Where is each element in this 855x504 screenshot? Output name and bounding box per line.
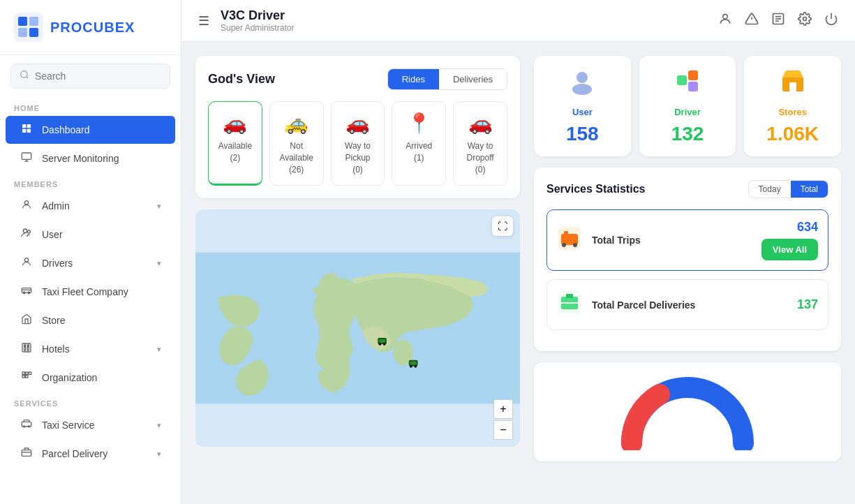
svg-rect-4 <box>29 28 38 37</box>
parcel-delivery-icon <box>20 447 34 461</box>
map-zoom-out[interactable]: − <box>493 420 513 440</box>
sidebar-item-hotels[interactable]: Hotels ▾ <box>6 335 175 363</box>
sidebar-item-parcel-delivery[interactable]: Parcel Delivery ▾ <box>6 440 175 468</box>
driver-stat-card[interactable]: Driver 132 <box>639 56 736 156</box>
search-icon <box>20 70 29 82</box>
svg-rect-28 <box>29 372 31 374</box>
status-card-available[interactable]: 🚗 Available(2) <box>208 101 262 186</box>
sidebar-item-taxi-service[interactable]: Taxi Service ▾ <box>6 411 175 439</box>
svg-rect-8 <box>27 124 31 128</box>
svg-rect-22 <box>24 347 26 350</box>
map-expand-button[interactable]: ⛶ <box>492 216 513 236</box>
total-parcel-count: 137 <box>797 297 818 312</box>
page-subtitle: Super Administrator <box>221 23 707 33</box>
content: God's View Rides Deliveries 🚗 Available(… <box>181 42 855 504</box>
settings-icon[interactable] <box>798 12 812 29</box>
not-available-label: Not Available(26) <box>277 140 316 175</box>
sidebar-item-admin[interactable]: Admin ▾ <box>6 192 175 220</box>
donut-chart <box>562 373 813 450</box>
sidebar-item-dashboard[interactable]: Dashboard <box>6 116 175 144</box>
way-pickup-label: Way to Pickup(0) <box>339 140 378 175</box>
svg-rect-58 <box>688 82 698 91</box>
total-trips-count: 634 <box>797 220 818 235</box>
sidebar-item-store[interactable]: Store <box>6 306 175 334</box>
map-container[interactable]: ⛶ + − <box>195 209 520 447</box>
power-icon[interactable] <box>824 12 838 29</box>
sidebar-item-taxi-fleet-company[interactable]: Taxi Fleet Company <box>6 278 175 306</box>
available-car-icon: 🚗 <box>223 112 247 135</box>
way-dropoff-icon: 🚗 <box>468 112 493 135</box>
store-stat-icon <box>779 67 807 101</box>
section-label-home: HOME <box>0 97 181 115</box>
arrived-icon: 📍 <box>407 112 431 135</box>
svg-rect-10 <box>27 129 31 133</box>
stat-cards-row: User 158 Driver 132 Stores 1.06K <box>534 56 841 156</box>
hotels-icon <box>20 342 34 356</box>
period-today[interactable]: Today <box>749 181 791 198</box>
status-card-way-pickup[interactable]: 🚗 Way to Pickup(0) <box>331 101 385 186</box>
total-trips-right: 634 View All <box>761 220 818 260</box>
server-monitoring-icon <box>20 151 34 165</box>
svg-point-17 <box>24 258 28 262</box>
svg-rect-65 <box>564 231 568 235</box>
status-card-not-available[interactable]: 🚕 Not Available(26) <box>269 101 324 186</box>
map-zoom-in[interactable]: + <box>493 399 513 419</box>
total-trips-info: Total Trips <box>592 234 752 246</box>
notes-icon[interactable] <box>771 12 785 29</box>
svg-point-43 <box>803 17 807 21</box>
driver-stat-label: Driver <box>674 107 701 117</box>
search-input[interactable] <box>35 71 161 82</box>
svg-rect-56 <box>677 75 687 85</box>
svg-point-48 <box>378 343 381 346</box>
user-stat-card[interactable]: User 158 <box>534 56 631 156</box>
sidebar: PROCUBEX HOME Dashboard Server Monitorin… <box>0 0 181 504</box>
total-parcel-label: Total Parcel Deliveries <box>592 299 695 311</box>
taxi-service-icon <box>20 418 34 432</box>
page-title: V3C Driver <box>221 8 707 23</box>
search-box[interactable] <box>10 64 170 89</box>
taxi-service-label: Taxi Service <box>42 420 149 431</box>
user-profile-icon[interactable] <box>718 12 732 29</box>
sidebar-item-server-monitoring[interactable]: Server Monitoring <box>6 144 175 172</box>
not-available-car-icon: 🚕 <box>284 112 308 135</box>
topbar-icons <box>718 12 838 29</box>
store-stat-card[interactable]: Stores 1.06K <box>744 56 841 156</box>
logo-icon <box>14 13 43 42</box>
toggle-rides[interactable]: Rides <box>388 69 439 89</box>
toggle-deliveries[interactable]: Deliveries <box>439 69 507 89</box>
sidebar-item-drivers[interactable]: Drivers ▾ <box>6 249 175 277</box>
server-monitoring-label: Server Monitoring <box>42 153 161 164</box>
svg-point-14 <box>24 201 28 205</box>
svg-point-52 <box>410 365 412 368</box>
services-header: Services Statistics Today Total <box>547 180 828 198</box>
topbar: ☰ V3C Driver Super Administrator <box>181 0 855 42</box>
total-trips-item[interactable]: Total Trips 634 View All <box>547 209 828 271</box>
svg-point-16 <box>27 230 30 233</box>
alert-icon[interactable] <box>745 12 759 29</box>
hotels-chevron: ▾ <box>157 345 161 354</box>
status-cards-row: 🚗 Available(2) 🚕 Not Available(26) 🚗 Way… <box>208 101 507 186</box>
period-total[interactable]: Total <box>791 181 828 198</box>
sidebar-item-user[interactable]: User <box>6 221 175 249</box>
parcel-delivery-chevron: ▾ <box>157 450 161 459</box>
driver-stat-value: 132 <box>671 123 704 145</box>
svg-point-64 <box>573 243 577 247</box>
svg-rect-60 <box>789 82 796 91</box>
drivers-icon <box>20 256 34 270</box>
svg-point-15 <box>23 229 27 232</box>
svg-rect-0 <box>14 13 43 42</box>
gods-view-title: God's View <box>208 72 275 87</box>
sidebar-item-organization[interactable]: Organization <box>6 364 175 392</box>
dashboard-icon <box>20 123 34 137</box>
gods-view-card: God's View Rides Deliveries 🚗 Available(… <box>195 56 520 198</box>
svg-point-36 <box>723 14 728 19</box>
menu-icon[interactable]: ☰ <box>198 13 209 29</box>
way-pickup-icon: 🚗 <box>345 112 370 135</box>
status-card-way-dropoff[interactable]: 🚗 Way to Dropoff(0) <box>453 101 507 186</box>
svg-rect-1 <box>18 17 27 26</box>
taxi-fleet-icon <box>20 285 34 299</box>
total-parcel-item[interactable]: Total Parcel Deliveries 137 <box>547 279 828 330</box>
status-card-arrived[interactable]: 📍 Arrived(1) <box>392 101 446 186</box>
way-dropoff-label: Way to Dropoff(0) <box>461 140 500 175</box>
view-all-trips-button[interactable]: View All <box>761 239 818 260</box>
